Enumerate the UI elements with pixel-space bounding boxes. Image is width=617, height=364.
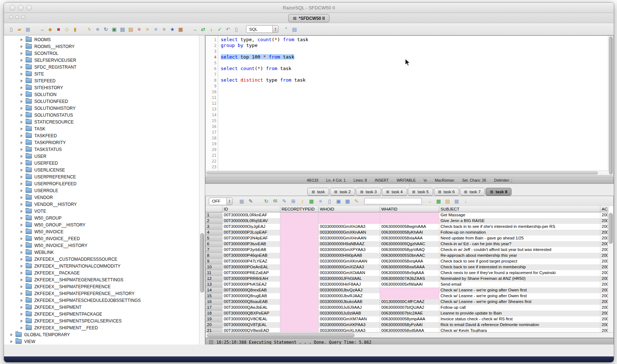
row-limit-dropdown[interactable]: OFF ▲▼ — [209, 198, 233, 205]
expand-triangle-icon[interactable] — [21, 258, 23, 261]
cell-recordtypeid[interactable] — [280, 218, 318, 224]
expand-triangle-icon[interactable] — [21, 169, 23, 172]
tree-item-selfserviceuser[interactable]: SELFSERVICEUSER — [4, 57, 205, 64]
cell-whatid[interactable]: 00630000005xfWaAAI — [380, 282, 439, 287]
cell-subject[interactable]: Re-approach about membership this year — [439, 253, 600, 259]
cell-recordtypeid[interactable] — [280, 241, 318, 247]
tab-close-icon[interactable]: ⊠ — [490, 190, 493, 194]
cell-whatid[interactable]: 006300000058ympAAA — [380, 316, 439, 322]
cell-ac[interactable]: 200 — [600, 259, 608, 264]
cell-recordtypeid[interactable] — [280, 299, 318, 305]
execute-forward-icon[interactable]: → — [191, 26, 198, 33]
cell-subject[interactable]: Check-in w/ Jeff - couldn't afford last … — [439, 247, 600, 253]
copy-pages-icon[interactable]: ▣ — [111, 26, 118, 33]
cell-ac[interactable]: 200 — [600, 328, 608, 333]
code-line[interactable] — [221, 60, 608, 66]
frame-minimize-button[interactable] — [15, 15, 19, 19]
column-header-whatid[interactable]: WHATID — [380, 206, 439, 212]
cell-recordtypeid[interactable] — [280, 212, 318, 218]
cell-ac[interactable]: 200 — [600, 293, 608, 299]
cell-whoid[interactable]: 0033000000JFhGlAAL — [318, 276, 380, 282]
row-number-cell[interactable]: 2 — [206, 218, 222, 224]
cell-whoid[interactable]: 0033000000GmXKPAA3 — [318, 322, 380, 328]
tree-item-taskstatus[interactable]: TASKSTATUS — [4, 146, 205, 153]
column-header-whoid[interactable]: WHOID — [318, 206, 380, 212]
cell-whatid[interactable]: 00630000005QgzhAAC — [380, 241, 439, 247]
tree-item-solutionstatus[interactable]: SOLUTIONSTATUS — [4, 112, 205, 118]
tree-item-task[interactable]: TASK — [4, 125, 205, 132]
cell-whatid[interactable]: 006300000058yPzAAI — [380, 322, 439, 328]
cell-whatid[interactable]: 00630000007bIc2AAE — [380, 311, 439, 316]
page-view-icon[interactable]: ▯ — [326, 198, 333, 205]
code-line[interactable]: select distinct type from task — [221, 77, 608, 83]
results-table[interactable]: IDRECORDTYPEIDWHOIDWHATIDSUBJECTAC100T30… — [206, 206, 608, 332]
cell-whoid[interactable]: 0033000000Ju9zlAAB — [318, 311, 380, 316]
cell-whatid[interactable]: 0013000000C4fFCAAZ — [380, 299, 439, 305]
tree-item-solutionfeed[interactable]: SOLUTIONFEED — [4, 98, 205, 105]
cell-ac[interactable]: 200 — [600, 218, 608, 224]
cell-ac[interactable]: 200 — [600, 253, 608, 259]
tab-close-icon[interactable]: ⊠ — [360, 190, 363, 194]
table-row[interactable]: 1700T3000000QAeJbEAL0033000000Ju9J9AAJ00… — [206, 305, 608, 311]
expand-triangle-icon[interactable] — [21, 100, 23, 103]
tree-scrollbar-thumb[interactable] — [200, 233, 204, 293]
cell-whatid[interactable]: 006300000058yKhAAI — [380, 230, 439, 235]
cell-whoid[interactable]: 0033000000GmXPYAA3 — [318, 247, 380, 253]
expand-triangle-icon[interactable] — [21, 210, 23, 213]
expand-triangle-icon[interactable] — [21, 326, 23, 329]
tree-item-userprofilefeed[interactable]: USERPROFILEFEED — [4, 180, 205, 187]
favorites-star-icon[interactable]: ★ — [169, 26, 176, 33]
tree-item-zkfedex-shipment[interactable]: ZKFEDEX__SHIPMENT — [4, 304, 205, 311]
cell-whoid[interactable]: 0033000000GmXHJAA3 — [318, 224, 380, 230]
expand-triangle-icon[interactable] — [21, 134, 23, 137]
cell-recordtypeid[interactable] — [280, 253, 318, 259]
cell-ac[interactable]: 200 — [600, 230, 608, 235]
table-row[interactable]: 800T3000000P46qnEAB0033000000H9i0pAAB006… — [206, 253, 608, 259]
tree-item-w50-group-history[interactable]: W50_GROUP__HISTORY — [4, 221, 205, 228]
expand-triangle-icon[interactable] — [21, 79, 23, 82]
zoom-button[interactable] — [26, 5, 32, 10]
result-tab-task-2[interactable]: ⊠task 2 — [330, 188, 355, 196]
cell-subject[interactable]: Check back to see if interested in membe… — [439, 264, 600, 270]
cell-ac[interactable]: 200 — [600, 264, 608, 270]
result-tab-task-8[interactable]: ⊠task 8 — [486, 188, 512, 196]
row-number-cell[interactable]: 11 — [206, 270, 222, 276]
row-number-cell[interactable]: 1 — [206, 212, 222, 218]
format-sql-icon[interactable]: “ — [282, 26, 290, 33]
table-row[interactable]: 700T3000000P3yrbEAB0033000000GmXPYAA3006… — [206, 247, 608, 253]
cell-subject[interactable]: Send email — [439, 282, 600, 287]
result-tab-task-4[interactable]: ⊠task 4 — [382, 188, 407, 196]
expand-triangle-icon[interactable] — [21, 93, 23, 96]
row-number-cell[interactable]: 17 — [206, 305, 222, 311]
sql-code-area[interactable]: select type, count(*) from taskgroup by … — [218, 36, 608, 175]
table-row[interactable]: 2000T3000000QV8TjEAL0033000000GmXKPAA300… — [206, 322, 608, 328]
import-table-icon[interactable]: ▦ — [435, 198, 442, 205]
cell-id[interactable]: 00T3000000Q8rugEAB — [222, 293, 280, 299]
tree-item-solution[interactable]: SOLUTION — [4, 91, 205, 98]
refresh-page-icon[interactable]: ↻ — [102, 26, 109, 33]
log-page-icon[interactable]: ▯ — [233, 26, 240, 33]
expand-triangle-icon[interactable] — [21, 313, 23, 316]
cell-subject[interactable]: Rick to email David & reference Delmonte… — [439, 322, 600, 328]
swap-arrows-icon[interactable]: ⇄ — [199, 26, 207, 33]
cell-id[interactable]: 00T3000000QBXPeEAP — [222, 311, 280, 316]
cell-id[interactable]: 00T3000000L0RqSEAV — [222, 218, 280, 224]
expand-triangle-icon[interactable] — [21, 196, 23, 199]
row-number-cell[interactable]: 21 — [206, 328, 222, 333]
expand-triangle-icon[interactable] — [21, 203, 23, 206]
table-row[interactable]: 1600T3000000Q8sauEAB0033000000JbukoAAB00… — [206, 299, 608, 305]
cell-whoid[interactable]: 0033000000GmXHnAAN — [318, 235, 380, 241]
frame-close-button[interactable] — [9, 15, 13, 19]
cell-id[interactable]: 00T3000000Q8rexEAB — [222, 287, 280, 293]
schema-tree-icon[interactable]: ≡ — [94, 26, 101, 33]
cell-subject[interactable]: Invoice status check - check w/ RS first — [439, 316, 600, 322]
open-folder-icon[interactable]: ▰ — [16, 26, 23, 33]
code-line[interactable]: select top 100 * from task — [221, 54, 608, 60]
tab-close-icon[interactable]: ⊠ — [438, 190, 441, 194]
cell-ac[interactable]: 200 — [600, 212, 608, 218]
cell-id[interactable]: 00T3000000P3LopEAF — [222, 230, 280, 235]
expand-triangle-icon[interactable] — [21, 182, 23, 185]
tree-item-global-temporary[interactable]: GLOBAL TEMPORARY — [4, 331, 205, 338]
expand-triangle-icon[interactable] — [21, 237, 23, 240]
expand-triangle-icon[interactable] — [21, 306, 23, 309]
